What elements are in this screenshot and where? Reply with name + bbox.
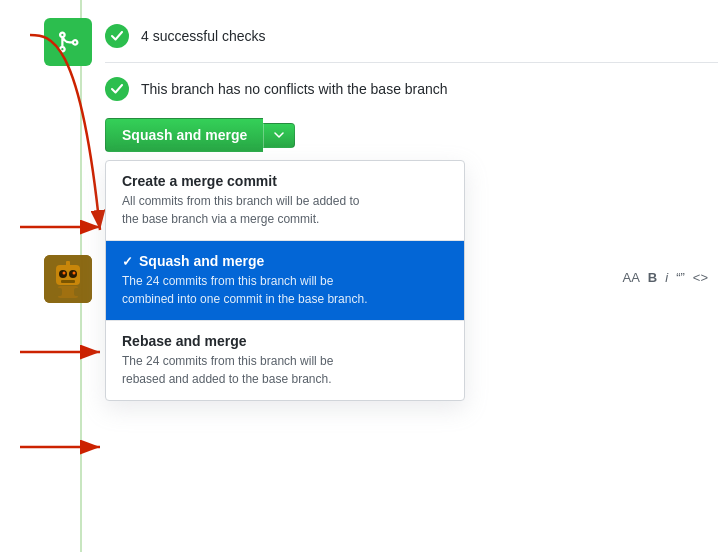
svg-point-4	[63, 272, 66, 275]
check-row-conflicts: This branch has no conflicts with the ba…	[105, 63, 718, 115]
dropdown-item-squash-merge-title: ✓ Squash and merge	[122, 253, 448, 269]
dropdown-item-rebase-merge[interactable]: Rebase and merge The 24 commits from thi…	[106, 321, 464, 400]
arrow-3	[0, 425, 130, 470]
dropdown-item-merge-commit-desc: All commits from this branch will be add…	[122, 192, 448, 228]
merge-commit-label: Create a merge commit	[122, 173, 277, 189]
squash-checkmark: ✓	[122, 254, 133, 269]
check-text-successful: 4 successful checks	[141, 28, 266, 44]
check-icon-conflicts	[105, 77, 129, 101]
squash-merge-label: Squash and merge	[139, 253, 264, 269]
toolbar-area: AA B i “” <>	[623, 270, 708, 285]
avatar	[44, 255, 92, 303]
toolbar-bold[interactable]: B	[648, 270, 657, 285]
checkmark-svg-2	[111, 84, 123, 94]
check-icon-successful	[105, 24, 129, 48]
toolbar-code[interactable]: <>	[693, 270, 708, 285]
dropdown-arrow-icon	[274, 132, 284, 139]
dropdown-item-squash-merge[interactable]: ✓ Squash and merge The 24 commits from t…	[106, 241, 464, 321]
dropdown-toggle-button[interactable]	[263, 123, 295, 148]
toolbar-quote[interactable]: “”	[676, 270, 685, 285]
rebase-merge-label: Rebase and merge	[122, 333, 247, 349]
svg-rect-6	[61, 280, 75, 283]
page-wrapper: 4 successful checks This branch has no c…	[0, 0, 728, 552]
squash-merge-button[interactable]: Squash and merge	[105, 118, 263, 152]
svg-rect-9	[54, 288, 62, 296]
toolbar-italic[interactable]: i	[665, 270, 668, 285]
svg-rect-7	[66, 261, 70, 266]
dropdown-item-merge-commit[interactable]: Create a merge commit All commits from t…	[106, 161, 464, 241]
check-row-successful: 4 successful checks	[105, 10, 718, 63]
avatar-image	[44, 255, 92, 303]
dropdown-item-squash-merge-desc: The 24 commits from this branch will bec…	[122, 272, 448, 308]
toolbar-aa[interactable]: AA	[623, 270, 640, 285]
check-text-conflicts: This branch has no conflicts with the ba…	[141, 81, 448, 97]
checkmark-svg	[111, 31, 123, 41]
button-area: Squash and merge	[105, 118, 295, 152]
dropdown-menu: Create a merge commit All commits from t…	[105, 160, 465, 401]
dropdown-item-rebase-merge-title: Rebase and merge	[122, 333, 448, 349]
checks-container: 4 successful checks This branch has no c…	[105, 10, 718, 115]
svg-rect-10	[74, 288, 82, 296]
dropdown-item-rebase-merge-desc: The 24 commits from this branch will ber…	[122, 352, 448, 388]
svg-point-5	[73, 272, 76, 275]
dropdown-item-merge-commit-title: Create a merge commit	[122, 173, 448, 189]
